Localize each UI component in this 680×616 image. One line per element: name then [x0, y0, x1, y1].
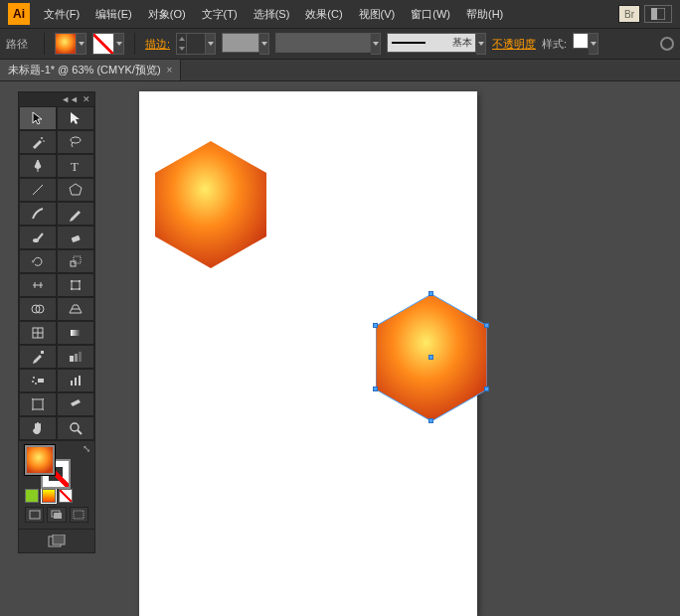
artboard-tool[interactable]: [19, 392, 57, 416]
stroke-weight-dropdown[interactable]: [206, 33, 216, 55]
menu-select[interactable]: 选择(S): [246, 3, 298, 26]
anchor-handle[interactable]: [428, 418, 433, 423]
svg-rect-35: [30, 511, 40, 519]
selection-tool[interactable]: [19, 106, 57, 130]
menu-effect[interactable]: 效果(C): [297, 3, 350, 26]
anchor-handle[interactable]: [484, 323, 489, 328]
pencil-tool[interactable]: [57, 202, 94, 226]
svg-rect-11: [74, 256, 81, 263]
stroke-link[interactable]: 描边:: [145, 37, 170, 52]
style-dropdown[interactable]: [589, 33, 598, 55]
brush-definition[interactable]: [275, 33, 371, 53]
recolor-icon[interactable]: [660, 37, 674, 51]
tools-panel-header: ◄◄ ✕: [19, 92, 94, 106]
stroke-weight-field[interactable]: [176, 33, 206, 55]
stroke-dropdown[interactable]: [114, 33, 124, 55]
close-tab-button[interactable]: ×: [167, 65, 173, 76]
blend-tool[interactable]: [57, 345, 94, 369]
svg-rect-23: [75, 354, 78, 362]
collapse-icon[interactable]: ◄◄: [61, 94, 79, 104]
eraser-tool[interactable]: [57, 226, 94, 249]
draw-inside-button[interactable]: [70, 507, 88, 523]
svg-rect-40: [53, 535, 65, 544]
fill-swatch[interactable]: [55, 33, 77, 55]
width-tool[interactable]: [19, 273, 57, 297]
var-width-dropdown[interactable]: [259, 33, 269, 55]
hexagon-shape-selected[interactable]: [376, 294, 487, 421]
style-label: 样式:: [542, 37, 567, 52]
svg-rect-12: [72, 281, 80, 289]
eyedropper-tool[interactable]: [19, 345, 57, 369]
fill-color-swatch[interactable]: [25, 445, 55, 475]
none-mode-button[interactable]: [59, 489, 73, 503]
shape-builder-tool[interactable]: [19, 297, 57, 321]
zoom-tool[interactable]: [57, 416, 94, 440]
svg-point-3: [43, 140, 45, 142]
style-swatch[interactable]: [573, 33, 589, 49]
app-logo[interactable]: Ai: [8, 3, 30, 25]
svg-rect-25: [38, 379, 44, 383]
artboard[interactable]: [139, 91, 477, 616]
arrange-documents-button[interactable]: [644, 5, 672, 23]
svg-point-2: [41, 137, 43, 139]
svg-point-33: [71, 423, 79, 431]
svg-rect-20: [71, 330, 81, 336]
opacity-link[interactable]: 不透明度: [492, 37, 536, 52]
graphic-style-dropdown[interactable]: [476, 33, 486, 55]
svg-point-27: [32, 381, 34, 383]
svg-point-26: [33, 377, 35, 379]
svg-rect-29: [71, 381, 73, 385]
svg-rect-24: [79, 352, 82, 362]
type-tool[interactable]: T: [57, 154, 94, 178]
draw-behind-button[interactable]: [47, 507, 66, 523]
rotate-tool[interactable]: [19, 249, 57, 273]
scale-tool[interactable]: [57, 249, 94, 273]
brush-dropdown[interactable]: [371, 33, 381, 55]
fill-dropdown[interactable]: [77, 33, 86, 55]
symbol-sprayer-tool[interactable]: [19, 369, 57, 392]
blob-brush-tool[interactable]: [19, 226, 57, 249]
perspective-grid-tool[interactable]: [57, 297, 94, 321]
menu-object[interactable]: 对象(O): [140, 3, 194, 26]
svg-rect-22: [70, 356, 74, 362]
free-transform-tool[interactable]: [57, 273, 94, 297]
anchor-handle[interactable]: [428, 291, 433, 296]
gradient-mode-button[interactable]: [42, 489, 56, 503]
slice-tool[interactable]: [57, 392, 94, 416]
control-bar: 路径 描边: 基本 不透明度 样式:: [0, 28, 680, 60]
line-tool[interactable]: [19, 178, 57, 202]
hand-tool[interactable]: [19, 416, 57, 440]
menu-edit[interactable]: 编辑(E): [87, 3, 140, 26]
graphic-style[interactable]: 基本: [387, 33, 476, 53]
menu-help[interactable]: 帮助(H): [458, 3, 511, 26]
stroke-swatch[interactable]: [92, 33, 114, 55]
polygon-tool[interactable]: [57, 178, 94, 202]
menu-window[interactable]: 窗口(W): [403, 3, 458, 26]
screen-mode-button[interactable]: [19, 529, 94, 552]
close-panel-icon[interactable]: ✕: [83, 94, 90, 104]
draw-normal-button[interactable]: [25, 507, 44, 523]
gradient-tool[interactable]: [57, 321, 94, 345]
anchor-handle[interactable]: [373, 386, 378, 391]
column-graph-tool[interactable]: [57, 369, 94, 392]
anchor-handle[interactable]: [484, 386, 489, 391]
pen-tool[interactable]: [19, 154, 57, 178]
hexagon-shape[interactable]: [155, 141, 266, 268]
menu-file[interactable]: 文件(F): [36, 3, 87, 26]
bridge-button[interactable]: Br: [618, 5, 640, 23]
mesh-tool[interactable]: [19, 321, 57, 345]
magic-wand-tool[interactable]: [19, 130, 57, 154]
svg-rect-1: [651, 8, 657, 20]
direct-selection-tool[interactable]: [57, 106, 94, 130]
var-width-profile[interactable]: [222, 33, 259, 53]
svg-rect-31: [79, 376, 81, 385]
lasso-tool[interactable]: [57, 130, 94, 154]
menu-view[interactable]: 视图(V): [351, 3, 404, 26]
document-tab[interactable]: 未标题-1* @ 63% (CMYK/预览) ×: [0, 60, 181, 80]
center-handle[interactable]: [428, 355, 433, 360]
menu-text[interactable]: 文字(T): [194, 3, 246, 26]
paintbrush-tool[interactable]: [19, 202, 57, 226]
anchor-handle[interactable]: [373, 323, 378, 328]
color-mode-button[interactable]: [25, 489, 39, 503]
swap-fill-stroke-icon[interactable]: ⤡: [83, 443, 90, 454]
